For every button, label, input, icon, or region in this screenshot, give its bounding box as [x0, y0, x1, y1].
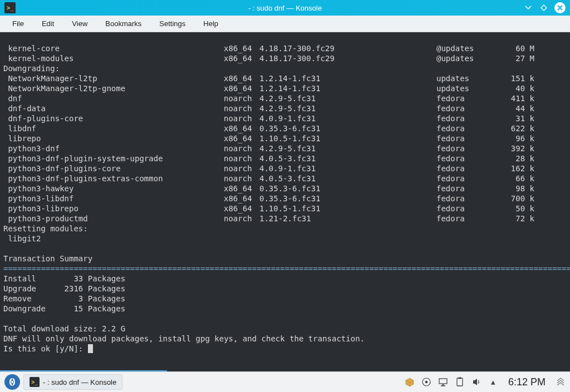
minimize-button[interactable]	[523, 3, 533, 13]
package-row: libdnf x86_64 0.35.3-6.fc31 fedora 622 k	[3, 123, 567, 133]
section-downgrading: Downgrading:	[3, 63, 567, 73]
show-desktop-icon[interactable]	[556, 377, 566, 387]
system-tray: ▴ 6:12 PM	[405, 376, 566, 388]
summary-row: Install 33 Packages	[3, 274, 567, 284]
menubar: File Edit View Bookmarks Settings Help	[0, 16, 570, 32]
package-row: kernel-core x86_64 4.18.17-300.fc29 @upd…	[3, 43, 567, 53]
summary-row: Remove 3 Packages	[3, 294, 567, 304]
package-row: NetworkManager-l2tp-gnome x86_64 1.2.14-…	[3, 83, 567, 93]
summary-row: Downgrade 15 Packages	[3, 304, 567, 314]
package-row: kernel-modules x86_64 4.18.17-300.fc29 @…	[3, 53, 567, 63]
cursor	[88, 344, 93, 353]
svg-rect-5	[439, 379, 447, 384]
package-row: python3-dnf-plugin-system-upgrade noarch…	[3, 153, 567, 163]
maximize-button[interactable]	[539, 3, 549, 13]
terminal-output[interactable]: kernel-core x86_64 4.18.17-300.fc29 @upd…	[0, 32, 570, 371]
prompt-line[interactable]: Is this ok [y/N]:	[3, 344, 567, 354]
display-icon[interactable]	[438, 377, 448, 387]
app-icon: >_	[4, 2, 16, 13]
window-titlebar: >_ - : sudo dnf — Konsole	[0, 0, 570, 16]
summary-row: Upgrade 2316 Packages	[3, 284, 567, 294]
window-controls	[523, 2, 570, 13]
blank-line	[3, 314, 567, 324]
taskbar: >_ - : sudo dnf — Konsole ▴ 6:12 PM	[0, 371, 570, 392]
svg-rect-6	[457, 378, 463, 386]
package-row: dnf-plugins-core noarch 4.0.9-1.fc31 fed…	[3, 113, 567, 123]
package-row: python3-dnf noarch 4.2.9-5.fc31 fedora 3…	[3, 143, 567, 153]
close-button[interactable]	[554, 2, 566, 13]
clipboard-icon[interactable]	[455, 377, 465, 387]
menu-settings[interactable]: Settings	[151, 17, 193, 30]
tray-expand-icon[interactable]: ▴	[488, 377, 498, 387]
package-row: dnf-data noarch 4.2.9-5.fc31 fedora 44 k	[3, 103, 567, 113]
package-row: python3-libdnf x86_64 0.35.3-6.fc31 fedo…	[3, 193, 567, 204]
menu-bookmarks[interactable]: Bookmarks	[97, 17, 149, 30]
menu-view[interactable]: View	[64, 17, 95, 30]
blank-line	[3, 244, 567, 254]
menu-file[interactable]: File	[4, 17, 32, 30]
section-resetting: Resetting modules:	[3, 224, 567, 234]
start-button[interactable]	[4, 374, 20, 390]
scrollbar-indicator[interactable]	[0, 370, 167, 371]
volume-icon[interactable]	[471, 377, 481, 387]
task-label: - : sudo dnf — Konsole	[43, 378, 116, 386]
package-row: python3-dnf-plugins-core noarch 4.0.9-1.…	[3, 163, 567, 173]
window-title: - : sudo dnf — Konsole	[248, 4, 322, 12]
package-row: dnf noarch 4.2.9-5.fc31 fedora 411 k	[3, 93, 567, 103]
svg-rect-7	[458, 378, 461, 379]
module-row: libgit2	[3, 234, 567, 244]
total-download-line: Total download size: 2.2 G	[3, 324, 567, 334]
konsole-icon: >_	[30, 377, 40, 387]
svg-point-4	[425, 381, 428, 384]
keyboard-layout-icon[interactable]	[421, 377, 431, 387]
taskbar-entry-konsole[interactable]: >_ - : sudo dnf — Konsole	[23, 374, 122, 390]
package-updates-icon[interactable]	[405, 377, 415, 387]
package-row: NetworkManager-l2tp x86_64 1.2.14-1.fc31…	[3, 73, 567, 83]
package-row: python3-librepo x86_64 1.10.5-1.fc31 fed…	[3, 204, 567, 214]
package-row: python3-hawkey x86_64 0.35.3-6.fc31 fedo…	[3, 183, 567, 193]
package-row: librepo x86_64 1.10.5-1.fc31 fedora 96 k	[3, 133, 567, 143]
package-row: python3-dnf-plugins-extras-common noarch…	[3, 173, 567, 183]
transaction-summary-heading: Transaction Summary	[3, 254, 567, 264]
svg-point-2	[11, 381, 13, 383]
clock[interactable]: 6:12 PM	[505, 376, 549, 388]
package-row: python3-productmd noarch 1.21-2.fc31 fed…	[3, 214, 567, 224]
dnf-note-line: DNF will only download packages, install…	[3, 334, 567, 344]
menu-edit[interactable]: Edit	[34, 17, 62, 30]
menu-help[interactable]: Help	[195, 17, 226, 30]
separator-line: ========================================…	[3, 264, 567, 274]
